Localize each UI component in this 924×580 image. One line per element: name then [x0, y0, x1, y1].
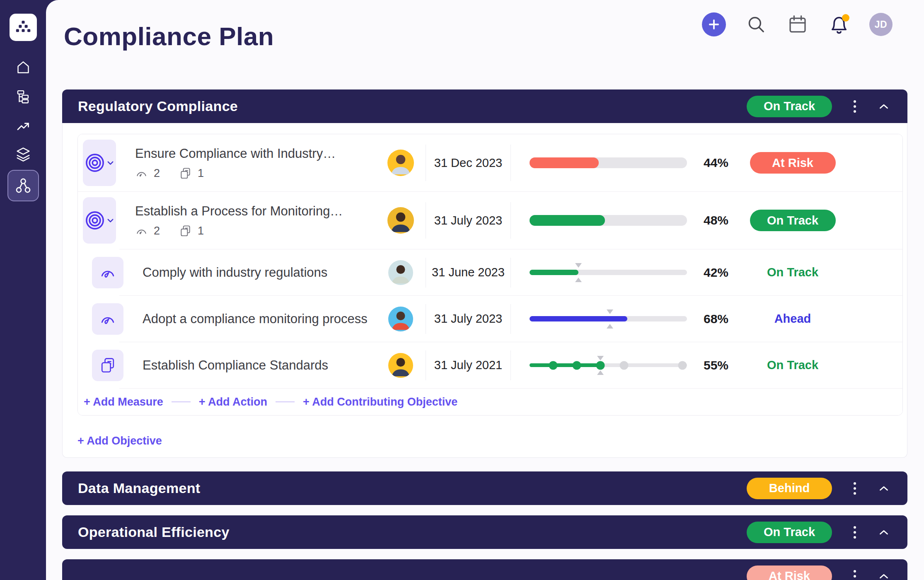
action-row[interactable]: Establish Compliance Standards 31 July 2… — [78, 342, 902, 388]
section-header-data-management[interactable]: Data Management Behind — [62, 471, 907, 505]
section-status-badge: On Track — [747, 96, 832, 117]
chevron-down-icon[interactable] — [106, 159, 114, 167]
section-menu-button[interactable] — [849, 524, 860, 541]
pages-icon — [99, 357, 116, 374]
objective-row[interactable]: Establish a Process for Monitoring… 2 1 … — [78, 192, 902, 249]
bullseye-icon — [85, 153, 105, 173]
objective-icon-tile[interactable] — [83, 140, 116, 186]
milestone-dot-pending[interactable] — [620, 361, 629, 370]
section-panel: Ensure Compliance with Industry… 2 1 31 … — [62, 123, 907, 458]
user-avatar[interactable]: JD — [869, 13, 893, 36]
action-count: 1 — [198, 225, 204, 237]
section-title: Operational Efficiency — [78, 524, 230, 540]
notification-badge-dot — [842, 14, 849, 22]
section-menu-button[interactable] — [849, 568, 860, 580]
share-nodes-icon — [15, 177, 32, 194]
status-text: On Track — [767, 266, 818, 279]
sidebar-item-layers[interactable] — [10, 142, 36, 167]
section-menu-button[interactable] — [849, 98, 860, 115]
section-status-badge: At Risk — [747, 566, 832, 580]
home-icon — [15, 60, 31, 75]
action-count: 1 — [198, 167, 204, 180]
assignee-avatar[interactable] — [387, 150, 414, 176]
search-button[interactable] — [745, 12, 767, 36]
sidebar — [0, 0, 46, 580]
action-title[interactable]: Establish Compliance Standards — [143, 358, 376, 373]
objective-meta: 2 1 — [135, 225, 376, 237]
progress-percent: 55% — [695, 358, 737, 372]
due-date: 31 July 2021 — [426, 350, 511, 380]
due-date: 31 June 2023 — [426, 258, 511, 288]
due-date: 31 July 2023 — [426, 202, 511, 239]
objectives-card: Ensure Compliance with Industry… 2 1 31 … — [77, 134, 903, 416]
add-contributing-objective-link[interactable]: + Add Contributing Objective — [303, 396, 457, 408]
gauge-icon — [99, 264, 116, 281]
trend-up-icon — [15, 118, 31, 134]
objective-title[interactable]: Ensure Compliance with Industry… — [135, 146, 376, 161]
sidebar-item-plans-active[interactable] — [7, 170, 39, 201]
section-header-partial[interactable]: At Risk — [62, 559, 907, 580]
measure-title[interactable]: Comply with industry regulations — [143, 265, 376, 280]
page-title: Compliance Plan — [64, 22, 274, 51]
search-icon — [746, 14, 767, 35]
measure-title[interactable]: Adopt a compliance monitoring process — [143, 312, 376, 326]
assignee-avatar[interactable] — [388, 307, 413, 331]
chevron-up-icon[interactable] — [878, 482, 890, 495]
sidebar-item-home[interactable] — [10, 55, 36, 80]
create-button[interactable] — [702, 12, 726, 36]
notifications-button[interactable] — [828, 12, 850, 36]
chevron-up-icon[interactable] — [878, 100, 890, 113]
objective-icon-tile[interactable] — [83, 197, 116, 244]
main-content: Compliance Plan JD Regulatory Complianc — [46, 0, 924, 580]
due-date: 31 Dec 2023 — [426, 145, 511, 181]
objective-title[interactable]: Establish a Process for Monitoring… — [135, 204, 376, 219]
milestone-dot-done[interactable] — [596, 361, 605, 370]
measure-row[interactable]: Adopt a compliance monitoring process 31… — [78, 296, 902, 342]
objective-meta: 2 1 — [135, 167, 376, 180]
milestone-progress[interactable] — [530, 355, 687, 375]
measure-icon-tile — [92, 257, 123, 288]
progress-percent: 44% — [695, 156, 737, 170]
gauge-icon — [135, 225, 148, 237]
objective-row[interactable]: Ensure Compliance with Industry… 2 1 31 … — [78, 134, 902, 191]
section-header-operational-efficiency[interactable]: Operational Efficiency On Track — [62, 515, 907, 549]
assignee-avatar[interactable] — [388, 260, 413, 285]
progress-bar — [530, 157, 687, 168]
add-measure-link[interactable]: + Add Measure — [84, 396, 163, 408]
section-status-badge: On Track — [747, 522, 832, 543]
section-menu-button[interactable] — [849, 480, 860, 497]
progress-slider[interactable] — [530, 263, 687, 283]
add-objective-link[interactable]: + Add Objective — [77, 435, 162, 447]
gauge-icon — [135, 167, 148, 180]
action-icon-tile — [92, 350, 123, 381]
section-status-badge: Behind — [747, 478, 832, 499]
status-text: Ahead — [774, 312, 811, 326]
sidebar-item-hierarchy[interactable] — [10, 84, 36, 110]
section-header-regulatory-compliance[interactable]: Regulatory Compliance On Track — [62, 89, 907, 123]
progress-slider[interactable] — [530, 309, 687, 329]
section-title: Regulatory Compliance — [78, 98, 238, 114]
calendar-button[interactable] — [786, 12, 809, 36]
sidebar-item-performance[interactable] — [10, 114, 36, 139]
chevron-up-icon[interactable] — [878, 570, 890, 580]
bullseye-icon — [85, 210, 105, 230]
progress-bar — [530, 215, 687, 226]
measure-count: 2 — [154, 167, 160, 180]
pages-icon — [179, 225, 192, 237]
assignee-avatar[interactable] — [387, 207, 414, 234]
assignee-avatar[interactable] — [388, 353, 413, 378]
calendar-icon — [787, 14, 808, 35]
progress-percent: 48% — [695, 213, 737, 227]
milestone-dot-done[interactable] — [549, 361, 558, 370]
pages-icon — [179, 167, 192, 180]
milestone-dot-pending[interactable] — [678, 361, 687, 370]
due-date: 31 July 2023 — [426, 304, 511, 334]
measure-row[interactable]: Comply with industry regulations 31 June… — [78, 249, 902, 295]
app-logo[interactable] — [10, 14, 37, 41]
milestone-dot-done[interactable] — [573, 361, 581, 370]
chevron-up-icon[interactable] — [878, 526, 890, 539]
chevron-down-icon[interactable] — [106, 217, 114, 225]
add-action-link[interactable]: + Add Action — [199, 396, 267, 408]
layers-icon — [15, 146, 31, 163]
measure-icon-tile — [92, 303, 123, 335]
